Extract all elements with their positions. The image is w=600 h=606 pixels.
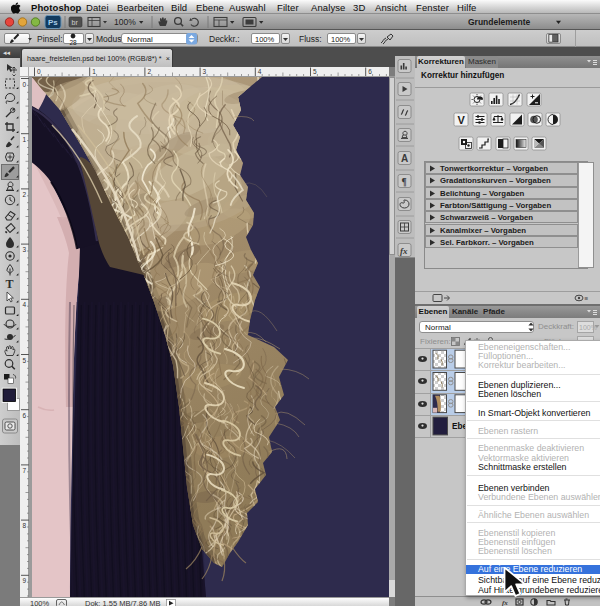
- svg-text:fx: fx: [502, 599, 508, 606]
- svg-text:T: T: [6, 277, 14, 291]
